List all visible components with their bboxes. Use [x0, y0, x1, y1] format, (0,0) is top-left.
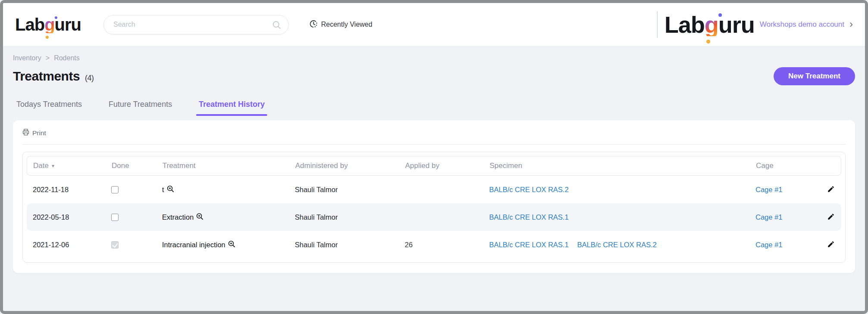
column-header-specimen: Specimen: [484, 162, 750, 170]
cage-link[interactable]: Cage #1: [756, 186, 782, 194]
treatment-cell: t: [156, 185, 289, 194]
actions-cell: [812, 239, 841, 251]
specimen-cell: BALB/c CRE LOX RAS.1: [483, 213, 749, 221]
date-cell: 2022-05-18: [27, 213, 105, 221]
done-cell: [105, 214, 156, 221]
clock-history-icon: [309, 20, 318, 30]
search-input[interactable]: [113, 21, 269, 28]
divider: [22, 144, 846, 145]
labguru-logo[interactable]: Labguru: [15, 16, 81, 33]
cage-cell: Cage #1: [749, 241, 812, 249]
table-body: 2022-11-18 t Shauli Talmor BALB/c CRE LO…: [27, 176, 841, 258]
account-switcher[interactable]: Labguru Workshops demo account ›: [665, 13, 853, 36]
printer-icon: [22, 129, 29, 137]
done-cell: [105, 186, 156, 193]
pencil-icon: [827, 185, 835, 194]
column-header-treatment: Treatment: [156, 162, 289, 170]
chevron-right-icon: ›: [849, 19, 853, 29]
actions-cell: [812, 183, 841, 196]
top-header: Labguru Recently Viewed Labguru Workshop…: [3, 3, 865, 47]
pencil-icon: [827, 240, 835, 249]
tab-treatment-history[interactable]: Treatment History: [199, 100, 265, 116]
account-name: Workshops demo account: [760, 20, 844, 29]
breadcrumb: Inventory > Rodents: [13, 54, 855, 62]
recently-viewed-button[interactable]: Recently Viewed: [309, 20, 372, 30]
header-divider: [657, 11, 658, 38]
tabs: Todays Treatments Future Treatments Trea…: [13, 100, 855, 116]
main-content: Inventory > Rodents Treatments (4) New T…: [3, 54, 865, 273]
column-header-cage: Cage: [750, 162, 813, 170]
column-header-applied-by: Applied by: [399, 162, 484, 170]
magnifier-plus-icon[interactable]: [167, 185, 174, 194]
search-icon: [272, 20, 281, 31]
cage-link[interactable]: Cage #1: [756, 213, 782, 221]
pencil-icon: [827, 213, 835, 222]
treatment-name: Extraction: [162, 213, 194, 221]
new-treatment-button[interactable]: New Treatment: [774, 67, 855, 85]
treatment-cell: Intracranial injection: [156, 240, 289, 249]
specimen-link[interactable]: BALB/c CRE LOX RAS.2: [577, 241, 656, 249]
specimen-link[interactable]: BALB/c CRE LOX RAS.1: [489, 241, 568, 249]
search-box: [103, 15, 289, 34]
magnifier-plus-icon[interactable]: [228, 240, 235, 249]
table-header-row: Date ▾ Done Treatment Administered by Ap…: [27, 156, 841, 176]
app-window: { "colors": { "accent_purple": "#7b5cf6"…: [0, 0, 868, 314]
specimen-cell: BALB/c CRE LOX RAS.2: [483, 186, 749, 194]
treatment-name: Intracranial injection: [162, 241, 225, 249]
done-checkbox[interactable]: [111, 214, 119, 221]
administered-by-cell: Shauli Talmor: [289, 213, 399, 221]
column-header-date[interactable]: Date ▾: [27, 162, 106, 170]
magnifier-plus-icon[interactable]: [196, 213, 203, 222]
logo-text: Lab: [15, 15, 44, 34]
logo-dot-icon: [55, 16, 57, 19]
done-checkbox[interactable]: [111, 186, 119, 193]
logo-dot-icon: [706, 40, 710, 44]
print-button[interactable]: Print: [22, 129, 46, 137]
done-checkbox: [111, 241, 119, 249]
logo-text: uru: [55, 15, 81, 34]
print-label: Print: [32, 129, 46, 137]
date-cell: 2021-12-06: [27, 241, 105, 249]
treatment-name: t: [162, 186, 164, 194]
tab-todays-treatments[interactable]: Todays Treatments: [16, 100, 82, 116]
breadcrumb-separator: >: [46, 54, 50, 62]
treatments-table: Date ▾ Done Treatment Administered by Ap…: [22, 152, 846, 263]
actions-cell: [812, 211, 841, 224]
edit-button[interactable]: [825, 239, 837, 251]
logo-dot-icon: [46, 36, 49, 39]
labguru-logo-large: Labguru: [665, 13, 755, 36]
cage-link[interactable]: Cage #1: [756, 241, 782, 249]
table-row: 2021-12-06 Intracranial injection Shauli…: [27, 231, 841, 258]
breadcrumb-rodents[interactable]: Rodents: [54, 54, 80, 62]
specimen-link[interactable]: BALB/c CRE LOX RAS.1: [489, 213, 568, 221]
column-header-administered-by: Administered by: [289, 162, 399, 170]
table-row: 2022-05-18 Extraction Shauli Talmor BALB…: [27, 203, 841, 231]
edit-button[interactable]: [825, 211, 837, 224]
cage-cell: Cage #1: [749, 186, 812, 194]
treatment-history-panel: Print Date ▾ Done Treatment Administered…: [13, 120, 855, 273]
specimen-cell: BALB/c CRE LOX RAS.1BALB/c CRE LOX RAS.2: [483, 241, 749, 249]
date-cell: 2022-11-18: [27, 186, 105, 194]
administered-by-cell: Shauli Talmor: [289, 186, 399, 194]
breadcrumb-inventory[interactable]: Inventory: [13, 54, 41, 62]
column-header-done: Done: [106, 162, 156, 170]
applied-by-cell: 26: [399, 241, 483, 249]
edit-button[interactable]: [825, 183, 837, 196]
specimen-link[interactable]: BALB/c CRE LOX RAS.2: [489, 186, 568, 194]
cage-cell: Cage #1: [749, 213, 812, 221]
caret-down-icon: ▾: [52, 163, 54, 169]
recently-viewed-label: Recently Viewed: [321, 21, 372, 28]
table-row: 2022-11-18 t Shauli Talmor BALB/c CRE LO…: [27, 176, 841, 203]
treatment-cell: Extraction: [156, 213, 289, 222]
page-title: Treatments (4): [13, 69, 94, 84]
treatments-count: (4): [85, 74, 94, 83]
done-cell: [105, 241, 156, 249]
administered-by-cell: Shauli Talmor: [289, 241, 399, 249]
tab-future-treatments[interactable]: Future Treatments: [109, 100, 172, 116]
